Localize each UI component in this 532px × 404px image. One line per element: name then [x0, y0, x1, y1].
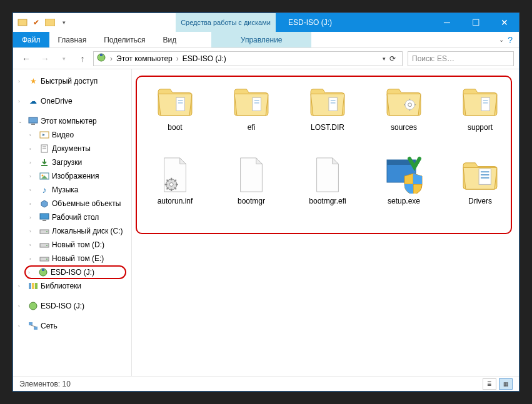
tab-manage[interactable]: Управление	[211, 32, 311, 47]
tab-share[interactable]: Поделиться	[95, 32, 154, 47]
drive-icon	[39, 241, 49, 249]
ribbon-tabs: Файл Главная Поделиться Вид Управление ⌄…	[13, 32, 519, 48]
expand-icon[interactable]: ›	[28, 270, 36, 275]
sidebar-item-this-pc[interactable]: ⌄ Этот компьютер	[13, 114, 131, 128]
file-tab[interactable]: Файл	[13, 32, 49, 47]
folder-icon[interactable]	[44, 17, 56, 28]
file-gear-icon	[153, 154, 198, 195]
sidebar-item--[interactable]: ›♪Музыка	[13, 183, 131, 197]
sidebar-item-label: Музыка	[52, 185, 78, 194]
expand-icon[interactable]: ›	[29, 256, 37, 262]
ribbon-expand-icon[interactable]: ⌄	[499, 36, 504, 43]
item-count-label: Элементов: 10	[19, 380, 71, 388]
file-item-efi[interactable]: efi	[214, 78, 288, 147]
sidebar-item--[interactable]: ›Рабочий стол	[13, 210, 131, 224]
folder-icon	[305, 81, 350, 122]
minimize-button[interactable]: ─	[433, 13, 461, 32]
star-icon: ★	[28, 77, 38, 86]
file-item-support[interactable]: support	[443, 78, 517, 147]
expand-icon[interactable]: ›	[18, 283, 26, 289]
sidebar-item--[interactable]: ›Видео	[13, 128, 131, 142]
expand-icon[interactable]: ›	[18, 99, 26, 104]
file-icon	[305, 154, 350, 195]
file-item-lost-dir[interactable]: LOST.DIR	[291, 78, 364, 147]
sidebar-item--[interactable]: ›Загрузки	[13, 155, 131, 169]
maximize-button[interactable]: ☐	[461, 13, 490, 32]
sidebar-item--c-[interactable]: ›Локальный диск (C:)	[13, 224, 131, 238]
svg-rect-30	[29, 322, 33, 325]
expand-icon[interactable]: ›	[18, 303, 26, 309]
address-dropdown-icon[interactable]: ▾	[383, 56, 386, 62]
expand-icon[interactable]: ›	[29, 215, 37, 220]
downloads-icon	[39, 158, 49, 167]
sidebar-item-onedrive[interactable]: › ☁ OneDrive	[13, 94, 131, 108]
expand-icon[interactable]: ›	[29, 160, 37, 165]
sidebar-item-quick-access[interactable]: › ★ Быстрый доступ	[13, 74, 131, 88]
sidebar-item-esd-iso-j-[interactable]: ›ESD-ISO (J:)	[24, 265, 126, 279]
sidebar-item-label: Загрузки	[52, 158, 82, 167]
search-input[interactable]: Поиск: ES…	[408, 51, 514, 66]
expand-icon[interactable]: ›	[29, 132, 37, 138]
sidebar-item--[interactable]: ›Документы	[13, 142, 131, 155]
3d-icon	[39, 199, 49, 208]
quick-access-toolbar: ✔ ▾	[13, 13, 176, 32]
file-item-boot[interactable]: boot	[138, 78, 212, 147]
breadcrumb[interactable]: Этот компьютер	[116, 54, 173, 63]
file-item-bootmgr[interactable]: bootmgr	[214, 152, 288, 220]
back-button[interactable]: ←	[18, 51, 34, 67]
sidebar-item-label: Объемные объекты	[52, 199, 121, 208]
expand-icon[interactable]: ›	[29, 187, 37, 193]
sidebar-item-label: Рабочий стол	[52, 213, 99, 222]
sidebar-item-label: Документы	[52, 144, 91, 153]
sidebar-item-label: Локальный диск (C:)	[52, 227, 123, 235]
file-item-bootmgr-efi[interactable]: bootmgr.efi	[291, 152, 364, 220]
sidebar-item-disc[interactable]: › ESD-ISO (J:)	[13, 299, 131, 313]
svg-rect-32	[176, 97, 184, 111]
file-item-setup-exe[interactable]: setup.exe	[367, 152, 441, 220]
expand-icon[interactable]: ›	[29, 174, 37, 179]
close-button[interactable]: ✕	[490, 13, 519, 32]
file-pane[interactable]: bootefiLOST.DIRsourcessupportautorun.inf…	[132, 69, 519, 376]
expand-icon[interactable]: ›	[29, 242, 37, 248]
file-item-label: efi	[248, 123, 256, 132]
chevron-right-icon[interactable]: ›	[175, 54, 180, 63]
checkmark-icon[interactable]: ✔	[31, 17, 42, 28]
file-item-drivers[interactable]: Drivers	[443, 152, 517, 220]
tab-view[interactable]: Вид	[154, 32, 185, 47]
expand-icon[interactable]: ⌄	[18, 119, 26, 124]
disc-icon	[28, 301, 38, 311]
expand-icon[interactable]: ›	[18, 323, 26, 329]
file-icon	[229, 154, 274, 195]
up-button[interactable]: ↑	[74, 51, 91, 67]
svg-rect-16	[40, 214, 49, 219]
svg-point-47	[169, 183, 173, 187]
sidebar-item-network[interactable]: › Сеть	[13, 319, 131, 333]
chevron-right-icon[interactable]: ›	[109, 54, 114, 63]
sidebar-item--[interactable]: ›Изображения	[13, 169, 131, 183]
sidebar-item--d-[interactable]: ›Новый том (D:)	[13, 238, 131, 252]
svg-point-13	[42, 175, 44, 177]
address-bar[interactable]: › Этот компьютер › ESD-ISO (J:) ▾ ⟳	[93, 51, 403, 66]
history-dropdown-icon[interactable]: ▾	[56, 51, 72, 67]
breadcrumb[interactable]: ESD-ISO (J:)	[183, 54, 226, 63]
expand-icon[interactable]: ›	[29, 146, 37, 152]
expand-icon[interactable]: ›	[29, 229, 37, 234]
tab-home[interactable]: Главная	[49, 32, 96, 47]
file-item-autorun-inf[interactable]: autorun.inf	[138, 152, 212, 220]
sidebar-item-label: Этот компьютер	[41, 117, 97, 126]
view-large-icons-button[interactable]: ▦	[499, 378, 513, 390]
expand-icon[interactable]: ›	[29, 201, 37, 207]
file-item-sources[interactable]: sources	[367, 78, 441, 147]
sidebar-item--e-[interactable]: ›Новый том (E:)	[13, 252, 131, 265]
sidebar-item-libraries[interactable]: › Библиотеки	[13, 279, 131, 293]
sidebar-item--[interactable]: ›Объемные объекты	[13, 197, 131, 210]
qat-dropdown-icon[interactable]: ▾	[58, 17, 69, 28]
sidebar-item-label: ESD-ISO (J:)	[51, 268, 94, 277]
svg-rect-4	[29, 117, 38, 123]
expand-icon[interactable]: ›	[18, 79, 26, 84]
refresh-icon[interactable]: ⟳	[387, 54, 398, 63]
monitor-icon	[28, 117, 38, 126]
help-icon[interactable]: ?	[508, 35, 513, 45]
view-details-button[interactable]: ≣	[483, 378, 496, 390]
forward-button[interactable]: →	[37, 51, 53, 67]
